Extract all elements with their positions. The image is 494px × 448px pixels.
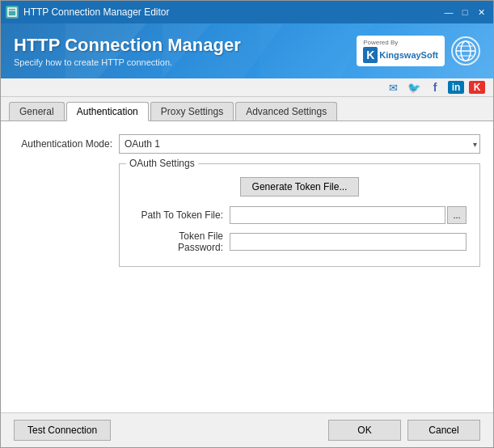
twitter-icon[interactable]: 🐦 xyxy=(406,81,422,94)
oauth-settings-legend: OAuth Settings xyxy=(126,158,198,169)
svg-marker-5 xyxy=(260,23,373,78)
test-connection-button[interactable]: Test Connection xyxy=(14,420,111,441)
auth-mode-select-wrapper: None Basic Digest OAuth 1 OAuth 2 ▾ xyxy=(119,134,480,154)
auth-mode-select[interactable]: None Basic Digest OAuth 1 OAuth 2 xyxy=(119,134,480,154)
cancel-button[interactable]: Cancel xyxy=(407,420,480,441)
header-title-area: HTTP Connection Manager Specify how to c… xyxy=(14,35,241,67)
auth-mode-row: Authentication Mode: None Basic Digest O… xyxy=(14,134,480,154)
main-content: Authentication Mode: None Basic Digest O… xyxy=(1,121,493,412)
app-icon xyxy=(6,6,19,19)
header-subtitle: Specify how to create HTTP connection. xyxy=(14,57,241,67)
k-logo: K xyxy=(363,47,378,63)
window-controls: — □ ✕ xyxy=(441,5,488,19)
footer: Test Connection OK Cancel xyxy=(1,412,493,447)
window-title: HTTP Connection Manager Editor xyxy=(23,6,441,18)
powered-by-badge: Powered By K KingswaySoft xyxy=(357,36,445,66)
powered-by-text: Powered By K KingswaySoft xyxy=(363,39,438,63)
token-password-label: Token File Password: xyxy=(133,230,230,253)
email-icon[interactable]: ✉ xyxy=(385,81,401,94)
tab-general[interactable]: General xyxy=(9,102,65,120)
facebook-icon[interactable]: f xyxy=(427,81,443,94)
header: HTTP Connection Manager Specify how to c… xyxy=(1,23,493,78)
header-logo: Powered By K KingswaySoft xyxy=(357,36,480,66)
ok-button[interactable]: OK xyxy=(328,420,401,441)
svg-rect-0 xyxy=(8,8,16,16)
oauth-settings-group: OAuth Settings Generate Token File... Pa… xyxy=(119,163,480,267)
auth-mode-label: Authentication Mode: xyxy=(14,138,119,150)
path-to-token-label: Path To Token File: xyxy=(133,209,230,221)
path-to-token-row: Path To Token File: ... xyxy=(133,206,467,224)
token-password-row: Token File Password: xyxy=(133,230,467,253)
footer-left: Test Connection xyxy=(14,420,111,441)
tab-authentication[interactable]: Authentication xyxy=(66,102,149,121)
restore-button[interactable]: □ xyxy=(458,5,472,19)
path-to-token-input-group: ... xyxy=(230,206,467,224)
path-to-token-input[interactable] xyxy=(230,206,445,224)
social-bar: ✉ 🐦 f in K xyxy=(1,78,493,97)
title-bar: HTTP Connection Manager Editor — □ ✕ xyxy=(1,1,493,23)
main-window: HTTP Connection Manager Editor — □ ✕ HTT… xyxy=(0,0,494,448)
token-password-input[interactable] xyxy=(230,233,467,251)
tabs-bar: General Authentication Proxy Settings Ad… xyxy=(1,97,493,121)
browse-button[interactable]: ... xyxy=(447,206,467,224)
linkedin-icon[interactable]: in xyxy=(448,81,464,94)
footer-right: OK Cancel xyxy=(328,420,480,441)
tab-proxy-settings[interactable]: Proxy Settings xyxy=(150,102,234,120)
generate-token-btn[interactable]: Generate Token File... xyxy=(240,177,360,197)
globe-icon xyxy=(451,36,480,66)
header-title: HTTP Connection Manager xyxy=(14,35,241,56)
tab-advanced-settings[interactable]: Advanced Settings xyxy=(235,102,337,120)
brand-text: KingswaySoft xyxy=(379,50,438,60)
minimize-button[interactable]: — xyxy=(441,5,456,19)
close-button[interactable]: ✕ xyxy=(474,5,488,19)
k-social-icon[interactable]: K xyxy=(469,81,485,94)
